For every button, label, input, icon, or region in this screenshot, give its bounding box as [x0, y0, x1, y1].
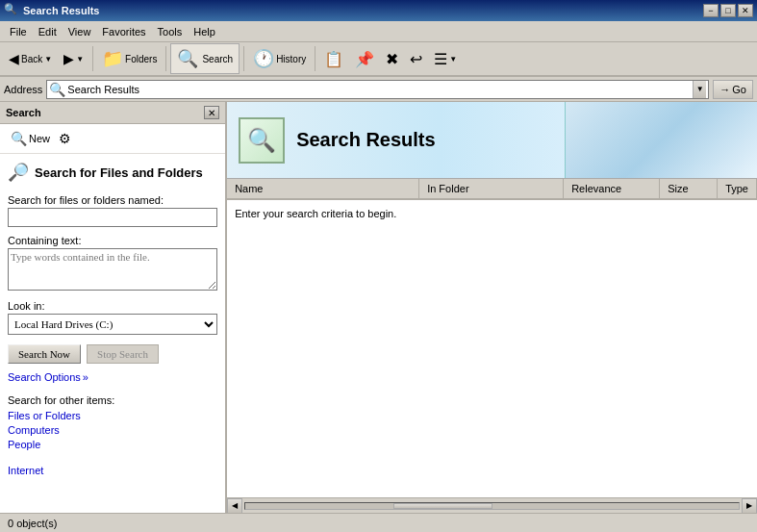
folders-button[interactable]: 📁 Folders	[97, 45, 162, 72]
forward-button[interactable]: ▶ ▼	[59, 48, 88, 69]
containing-label: Containing text:	[8, 235, 217, 246]
window-icon: 🔍	[4, 3, 19, 18]
horizontal-scrollbar[interactable]: ◀ ▶	[227, 497, 757, 513]
search-options-link[interactable]: Search Options »	[8, 371, 217, 383]
empty-text: Enter your search criteria to begin.	[235, 208, 396, 219]
search-label: Search	[202, 54, 233, 64]
scroll-right-button[interactable]: ▶	[742, 498, 757, 514]
computers-link[interactable]: Computers	[8, 424, 217, 436]
col-header-folder[interactable]: In Folder	[419, 179, 564, 198]
col-header-size[interactable]: Size	[660, 179, 718, 198]
search-panel-toolbar: 🔍 New ⚙	[0, 124, 225, 154]
delete-button[interactable]: ✖	[381, 47, 403, 71]
col-header-type[interactable]: Type	[718, 179, 757, 198]
stop-search-button: Stop Search	[87, 344, 159, 364]
search-title-text: Search for Files and Folders	[35, 165, 203, 180]
delete-icon: ✖	[386, 50, 398, 68]
search-new-button[interactable]: 🔍 New	[6, 128, 55, 149]
files-or-folders-link[interactable]: Files or Folders	[8, 410, 217, 421]
search-options-text: Search Options	[8, 371, 81, 383]
toolbar-separator-4	[315, 46, 315, 71]
header-logo: 🔍	[239, 117, 285, 164]
close-button[interactable]: ✕	[738, 4, 753, 17]
new-search-label: New	[29, 133, 50, 144]
toolbar-separator-1	[92, 46, 93, 71]
menu-favorites[interactable]: Favorites	[96, 24, 151, 39]
content-header-title: Search Results	[296, 129, 436, 151]
back-button[interactable]: ◀ Back ▼	[4, 48, 57, 69]
containing-input[interactable]	[8, 248, 217, 291]
maximize-button[interactable]: □	[720, 4, 736, 17]
views-button[interactable]: ☰ ▼	[429, 47, 462, 71]
window-controls: − □ ✕	[703, 4, 753, 17]
address-label: Address	[4, 84, 42, 95]
file-input[interactable]	[8, 208, 217, 227]
search-panel-body: 🔎 Search for Files and Folders Search fo…	[0, 154, 225, 513]
minimize-button[interactable]: −	[703, 4, 719, 17]
window-title: Search Results	[23, 5, 699, 16]
menu-bar: File Edit View Favorites Tools Help	[0, 21, 757, 42]
scroll-left-button[interactable]: ◀	[227, 498, 242, 514]
status-bar: 0 object(s)	[0, 513, 757, 532]
search-panel-header: Search ✕	[0, 102, 225, 124]
search-panel-title: Search	[6, 107, 41, 118]
menu-tools[interactable]: Tools	[152, 24, 189, 39]
search-buttons: Search Now Stop Search	[8, 344, 217, 364]
search-icon: 🔍	[177, 48, 198, 69]
back-dropdown-icon: ▼	[44, 55, 52, 63]
people-link[interactable]: People	[8, 439, 217, 450]
copy-button[interactable]: 📋	[319, 47, 348, 71]
search-options-arrow: »	[83, 371, 88, 383]
lookin-select[interactable]: Local Hard Drives (C:) My Computer My Do…	[8, 314, 217, 335]
back-label: Back	[21, 54, 42, 64]
go-button[interactable]: → Go	[713, 80, 753, 99]
address-bar: Address 🔍 ▼ → Go	[0, 77, 757, 102]
col-header-relevance[interactable]: Relevance	[564, 179, 660, 198]
go-label: Go	[732, 84, 746, 95]
address-input[interactable]	[67, 84, 691, 95]
content-scroll-area: Enter your search criteria to begin. ◀ ▶	[227, 200, 757, 513]
history-icon: 🕐	[253, 48, 274, 69]
col-header-name[interactable]: Name	[227, 179, 419, 198]
views-dropdown-icon: ▼	[449, 55, 457, 63]
folder-icon: 📁	[102, 48, 123, 69]
main-layout: Search ✕ 🔍 New ⚙ 🔎 Search for Files and …	[0, 102, 757, 513]
address-page-icon: 🔍	[49, 82, 65, 97]
history-button[interactable]: 🕐 History	[248, 45, 311, 72]
scrollbar-track[interactable]	[244, 502, 740, 510]
scrollbar-thumb[interactable]	[393, 503, 492, 509]
menu-help[interactable]: Help	[188, 24, 221, 39]
folders-label: Folders	[125, 54, 157, 64]
search-panel-close-button[interactable]: ✕	[204, 106, 219, 119]
undo-button[interactable]: ↩	[405, 47, 427, 71]
change-preferences-icon: ⚙	[59, 131, 71, 146]
search-button[interactable]: 🔍 Search	[170, 43, 240, 74]
toolbar-separator-2	[165, 46, 166, 71]
address-dropdown-button[interactable]: ▼	[693, 81, 706, 98]
menu-view[interactable]: View	[63, 24, 97, 39]
new-search-icon: 🔍	[11, 131, 27, 146]
menu-file[interactable]: File	[4, 24, 33, 39]
search-panel: Search ✕ 🔍 New ⚙ 🔎 Search for Files and …	[0, 102, 227, 513]
search-title-row: 🔎 Search for Files and Folders	[8, 162, 217, 183]
content-area: 🔍 Search Results Name In Folder Relevanc…	[227, 102, 757, 513]
search-now-button[interactable]: Search Now	[8, 344, 81, 364]
file-label: Search for files or folders named:	[8, 194, 217, 206]
back-icon: ◀	[9, 51, 19, 66]
history-label: History	[276, 54, 306, 64]
content-header: 🔍 Search Results	[227, 102, 757, 179]
search-options-anchor[interactable]: Search Options »	[8, 371, 217, 383]
address-input-wrap: 🔍 ▼	[46, 80, 709, 99]
content-body: Enter your search criteria to begin.	[227, 200, 757, 497]
toolbar-separator-3	[243, 46, 244, 71]
forward-dropdown-icon: ▼	[76, 55, 84, 63]
paste-button[interactable]: 📌	[350, 47, 379, 71]
internet-link[interactable]: Internet	[8, 465, 217, 476]
header-banner	[565, 102, 757, 179]
toolbar: ◀ Back ▼ ▶ ▼ 📁 Folders 🔍 Search 🕐 Histor…	[0, 42, 757, 77]
menu-edit[interactable]: Edit	[33, 24, 63, 39]
title-bar: 🔍 Search Results − □ ✕	[0, 0, 757, 21]
go-arrow-icon: →	[719, 84, 730, 95]
other-items-label: Search for other items:	[8, 394, 217, 406]
column-headers: Name In Folder Relevance Size Type	[227, 179, 757, 200]
